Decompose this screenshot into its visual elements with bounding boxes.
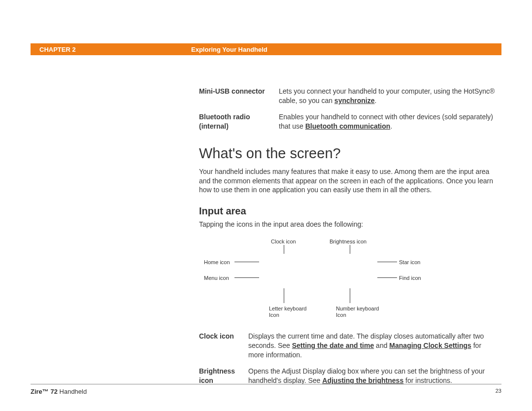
def-desc: Lets you connect your handheld to your c… — [279, 87, 496, 105]
label-clock-icon: Clock icon — [271, 238, 296, 245]
callout-line — [284, 288, 284, 303]
chapter-header: CHAPTER 2 Exploring Your Handheld — [31, 43, 501, 55]
chapter-label: CHAPTER 2 — [31, 46, 191, 53]
callout-line — [234, 262, 259, 262]
callout-line — [350, 245, 350, 254]
label-find-icon: Find icon — [399, 274, 421, 282]
link-bluetooth[interactable]: Bluetooth communication — [305, 122, 391, 130]
label-number-keyboard-2: Icon — [336, 311, 346, 319]
def-desc: Opens the Adjust Display dialog box wher… — [248, 367, 496, 385]
label-home-icon: Home icon — [204, 259, 230, 266]
callout-line — [284, 245, 284, 254]
product-model: Zire™ 72 — [31, 388, 58, 395]
text: . — [390, 122, 392, 130]
text: for instructions. — [403, 377, 452, 384]
definition-row: Bluetooth radio (internal) Enables your … — [199, 112, 496, 131]
footer-rule — [31, 384, 501, 384]
def-desc: Enables your handheld to connect with ot… — [279, 112, 496, 131]
text: . — [375, 97, 377, 104]
label-menu-icon: Menu icon — [204, 274, 229, 282]
link-setting-date-time[interactable]: Setting the date and time — [292, 342, 374, 349]
text: Lets you connect your handheld to your c… — [279, 87, 495, 104]
def-term: Bluetooth radio (internal) — [199, 112, 279, 131]
heading-input-area: Input area — [199, 205, 496, 218]
link-synchronize[interactable]: synchronize — [334, 97, 375, 104]
page-footer: Zire™ 72 Handheld 23 — [31, 388, 501, 395]
callout-line — [234, 277, 259, 278]
page-number: 23 — [496, 388, 501, 395]
text: and — [374, 342, 389, 349]
def-desc: Displays the current time and date. The … — [248, 332, 496, 360]
link-managing-clock[interactable]: Managing Clock Settings — [389, 342, 471, 349]
definition-row: Brightness icon Opens the Adjust Display… — [199, 367, 496, 385]
label-brightness-icon: Brightness icon — [330, 238, 366, 245]
label-letter-keyboard-2: Icon — [269, 311, 279, 319]
page-content: Mini-USB connector Lets you connect your… — [199, 87, 496, 392]
paragraph: Tapping the icons in the input area does… — [199, 220, 496, 229]
definition-row: Clock icon Displays the current time and… — [199, 332, 496, 360]
label-star-icon: Star icon — [399, 259, 420, 266]
heading-whats-on-screen: What's on the screen? — [199, 144, 496, 163]
paragraph: Your handheld includes many features tha… — [199, 167, 496, 195]
callout-line — [377, 277, 397, 278]
definition-row: Mini-USB connector Lets you connect your… — [199, 87, 496, 105]
footer-product: Zire™ 72 Handheld — [31, 388, 87, 395]
chapter-title: Exploring Your Handheld — [191, 46, 267, 53]
callout-line — [377, 262, 397, 262]
input-area-diagram: Clock icon Brightness icon Home icon Men… — [199, 238, 496, 327]
link-adjusting-brightness[interactable]: Adjusting the brightness — [322, 377, 403, 384]
def-term: Clock icon — [199, 332, 248, 360]
def-term: Brightness icon — [199, 367, 248, 385]
product-type: Handheld — [58, 388, 87, 395]
def-term: Mini-USB connector — [199, 87, 279, 105]
callout-line — [350, 288, 350, 303]
